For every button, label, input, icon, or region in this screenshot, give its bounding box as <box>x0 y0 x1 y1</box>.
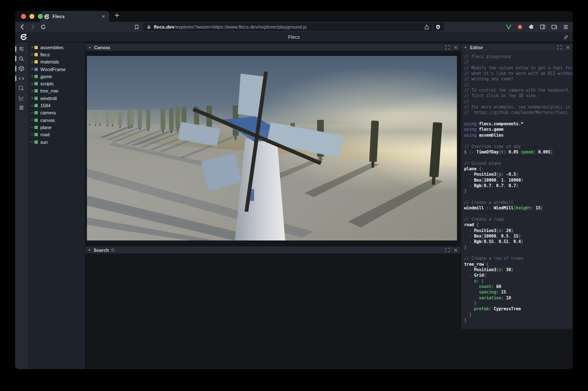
code-line: // <box>464 99 572 104</box>
code-line: // Create a road <box>464 217 572 222</box>
code-line: road { <box>464 222 572 227</box>
collapse-chevron-icon[interactable] <box>88 45 92 49</box>
tab-close-icon[interactable] <box>101 14 105 18</box>
cypress-tree <box>111 111 115 127</box>
tree-item-materials[interactable]: materials <box>28 58 85 66</box>
share-icon[interactable] <box>424 24 429 30</box>
browser-toolbar: flecs.dev /explorer/?wasm=https://www.fl… <box>15 22 573 32</box>
expand-chevron-icon[interactable] <box>30 97 34 100</box>
tab-flecs[interactable]: Flecs <box>40 11 109 22</box>
code-line: // To control the camera with the keyboa… <box>464 87 572 93</box>
entity-color-square <box>34 104 38 107</box>
expand-chevron-icon[interactable] <box>30 53 34 56</box>
tree-item-label: flecs <box>40 52 50 57</box>
tree-item-plane[interactable]: plane <box>28 124 85 131</box>
tree-item-canvas[interactable]: canvas <box>28 116 85 124</box>
tree-item-game[interactable]: game <box>28 73 85 80</box>
tree-item-WoodFrame[interactable]: WoodFrame <box>28 66 85 73</box>
search-collapsed-dot[interactable] <box>89 249 90 251</box>
extensions-puzzle-icon[interactable] <box>528 24 534 30</box>
maximize-window-button[interactable] <box>38 14 43 19</box>
tree-item-flecs[interactable]: flecs <box>28 51 85 58</box>
expand-chevron-icon[interactable] <box>30 61 34 63</box>
sidebar-scene-icon[interactable] <box>15 64 28 74</box>
collapse-chevron-icon[interactable] <box>464 45 467 49</box>
entity-color-square <box>34 126 38 129</box>
bookmark-icon[interactable] <box>134 24 139 32</box>
expand-chevron-icon[interactable] <box>30 75 34 78</box>
fullscreen-icon[interactable] <box>557 45 562 50</box>
canvas-panel-title: Canvas <box>94 45 443 50</box>
editor-panel-title: Editor <box>470 45 555 50</box>
expand-chevron-icon[interactable] <box>30 82 34 85</box>
forward-button[interactable] <box>29 23 37 31</box>
tree-item-road[interactable]: road <box>28 131 85 138</box>
close-panel-icon[interactable] <box>454 248 458 252</box>
tree-item-camera[interactable]: camera <box>28 109 85 116</box>
tree-item-scripts[interactable]: scripts <box>28 80 85 87</box>
reload-button[interactable] <box>39 23 47 31</box>
permalink-icon[interactable] <box>563 34 569 42</box>
code-editor[interactable]: // Flecs playground//// Modify the value… <box>461 51 572 329</box>
fullscreen-icon[interactable] <box>445 45 450 50</box>
window-controls[interactable] <box>21 14 43 19</box>
cypress-tree <box>106 112 109 127</box>
code-line: plane { <box>464 166 572 172</box>
canvas-3d-view[interactable] <box>87 56 457 240</box>
app-header: Flecs <box>15 32 573 42</box>
tree-item-tree_row[interactable]: tree_row <box>28 87 85 95</box>
url-domain: flecs.dev <box>154 24 174 29</box>
cypress-tree <box>146 109 150 131</box>
close-panel-icon[interactable] <box>566 45 570 50</box>
sidebar-entities-icon[interactable] <box>15 44 28 54</box>
tree-item-label: assemblies <box>40 45 63 50</box>
sidebar-search-icon[interactable] <box>15 54 28 63</box>
code-line: using assemblies <box>464 132 572 138</box>
minimize-window-button[interactable] <box>29 14 34 19</box>
new-tab-button[interactable] <box>114 12 120 20</box>
code-line: } <box>464 317 572 323</box>
back-button[interactable] <box>18 23 26 31</box>
code-line <box>464 250 572 256</box>
leaf-dash-icon <box>30 127 34 127</box>
fullscreen-icon[interactable] <box>445 248 450 252</box>
search-panel-title: Search <box>94 248 109 253</box>
expand-chevron-icon[interactable] <box>30 46 34 49</box>
cypress-tree <box>161 108 165 132</box>
code-line: using flecs.components.* <box>464 121 572 127</box>
tree-item-assemblies[interactable]: assemblies <box>28 44 85 51</box>
menu-icon[interactable] <box>563 24 569 30</box>
sidebar-stats-icon[interactable] <box>15 103 28 113</box>
sidebar-toggle-icon[interactable] <box>540 24 546 30</box>
code-line: - Position3{z: 20} <box>464 228 572 233</box>
tree-item-sun[interactable]: sun <box>28 138 85 145</box>
code-line <box>464 194 572 200</box>
address-bar[interactable]: flecs.dev /explorer/?wasm=https://www.fl… <box>143 23 444 31</box>
code-line: prefab: CypressTree <box>464 306 572 312</box>
close-window-button[interactable] <box>21 14 26 19</box>
leaf-dash-icon <box>30 135 34 135</box>
sidebar-query-icon[interactable] <box>15 83 28 93</box>
brave-shield-icon[interactable] <box>436 24 441 30</box>
tree-item-windmill[interactable]: windmill <box>28 95 85 102</box>
editor-panel-header: Editor <box>461 44 572 51</box>
app-content: assembliesflecsmaterialsWoodFramegamescr… <box>15 42 573 369</box>
tree-item-label: WoodFrame <box>40 67 66 72</box>
cypress-tree <box>169 108 174 133</box>
code-line: count: 60 <box>464 284 572 289</box>
code-line: // <box>464 59 572 65</box>
sidebar-code-icon[interactable] <box>15 74 28 83</box>
extension-v-icon[interactable] <box>506 24 512 30</box>
cypress-tree <box>138 110 142 130</box>
wallet-icon[interactable] <box>551 24 557 30</box>
expand-chevron-icon[interactable] <box>30 90 34 92</box>
expand-chevron-icon[interactable] <box>30 68 34 71</box>
code-line: } <box>464 312 572 317</box>
extension-red-icon[interactable] <box>517 24 523 30</box>
tree-item-1584[interactable]: 1584 <box>28 102 85 109</box>
code-line: // https://github.com/SanderMertens/flec… <box>464 110 572 115</box>
cypress-tree <box>118 111 122 128</box>
sidebar-chart-icon[interactable] <box>15 93 28 103</box>
tree-item-label: road <box>40 132 50 137</box>
close-panel-icon[interactable] <box>454 45 458 50</box>
